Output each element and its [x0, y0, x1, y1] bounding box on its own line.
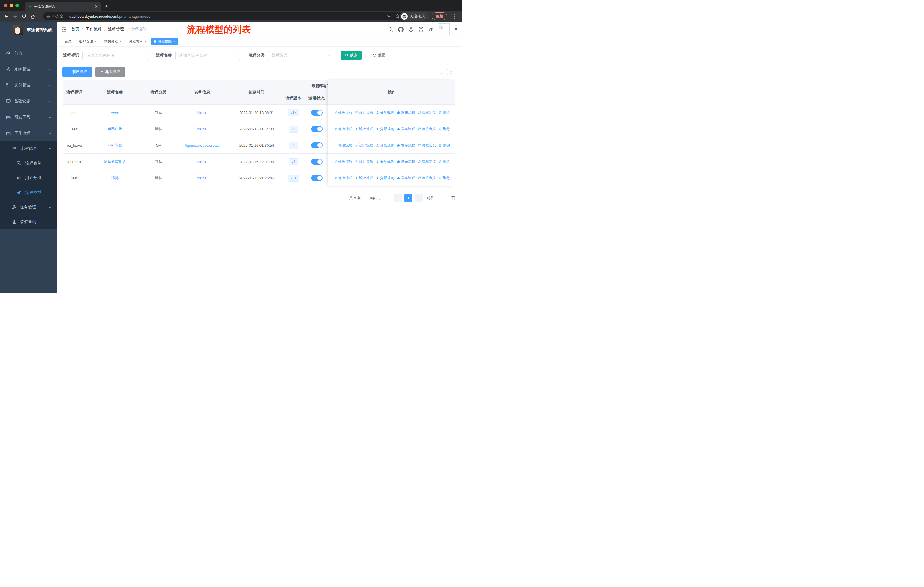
current-page-button[interactable]: 1	[404, 194, 412, 202]
forward-icon[interactable]	[13, 14, 18, 19]
sidebar-item-task-mgmt[interactable]: 任务管理	[0, 200, 57, 214]
action-publish[interactable]: 发布流程	[397, 127, 415, 132]
process-name-link[interactable]: 自己审批	[108, 126, 122, 132]
home-icon[interactable]	[30, 14, 35, 19]
sidebar-item-system[interactable]: 系统管理	[0, 61, 57, 77]
tag-tenant[interactable]: 租户管理×	[76, 38, 99, 45]
breadcrumb-item[interactable]: 工作流程	[86, 26, 102, 32]
action-edit[interactable]: 修改流程	[334, 143, 353, 148]
filter-name-input[interactable]	[175, 51, 240, 60]
sidebar-item-process-model[interactable]: 流程模型	[0, 185, 57, 200]
action-definition[interactable]: 流程定义	[417, 159, 436, 164]
filter-id-input[interactable]	[82, 51, 148, 60]
reload-icon[interactable]	[22, 14, 26, 19]
version-badge[interactable]: v4	[289, 158, 298, 165]
back-icon[interactable]	[4, 14, 9, 19]
collapse-sidebar-icon[interactable]	[61, 26, 67, 32]
action-assign-rule[interactable]: 分配规则	[376, 143, 394, 148]
action-delete[interactable]: 删除	[439, 127, 450, 132]
action-design[interactable]: 设计流程	[355, 159, 373, 164]
next-page-button[interactable]: ›	[415, 194, 423, 202]
version-badge[interactable]: v2	[289, 126, 298, 133]
process-name-link[interactable]: eeee	[111, 111, 119, 115]
avatar[interactable]	[438, 23, 450, 35]
help-icon[interactable]	[408, 26, 414, 32]
form-link[interactable]: biubiu	[197, 176, 207, 180]
action-definition[interactable]: 流程定义	[417, 143, 436, 148]
action-edit[interactable]: 修改流程	[334, 159, 353, 164]
avatar-caret-icon[interactable]	[455, 28, 457, 30]
sidebar-item-devtools[interactable]: 研发工具	[0, 109, 57, 125]
sidebar-item-payment[interactable]: ¥ 支付管理	[0, 77, 57, 93]
action-assign-rule[interactable]: 分配规则	[376, 110, 394, 115]
version-badge[interactable]: v17	[288, 109, 299, 116]
version-badge[interactable]: v5	[289, 142, 298, 149]
action-delete[interactable]: 删除	[439, 176, 450, 180]
action-assign-rule[interactable]: 分配规则	[376, 127, 394, 132]
action-design[interactable]: 设计流程	[355, 110, 373, 115]
minimize-window-button[interactable]	[10, 4, 13, 7]
form-link[interactable]: /bpm/oa/leave/create	[185, 143, 219, 147]
active-toggle[interactable]	[311, 142, 322, 148]
sidebar-item-workflow[interactable]: 工作流程	[0, 125, 57, 141]
browser-tab[interactable]: 芋道管理系统 ✕	[25, 2, 101, 11]
breadcrumb-item[interactable]: 流程管理	[108, 26, 124, 32]
page-size-select[interactable]: 10条/页	[365, 194, 390, 202]
sidebar-item-process-mgmt[interactable]: 流程管理	[0, 141, 57, 156]
close-window-button[interactable]	[4, 4, 7, 7]
sidebar-item-infra[interactable]: 基础设施	[0, 93, 57, 109]
action-definition[interactable]: 流程定义	[417, 127, 436, 132]
tab-close-icon[interactable]: ✕	[94, 4, 99, 9]
version-badge[interactable]: v21	[288, 175, 299, 182]
action-publish[interactable]: 发布流程	[397, 110, 415, 115]
bookmark-star-icon[interactable]	[395, 14, 400, 19]
import-process-button[interactable]: 导入流程	[96, 67, 125, 77]
sidebar-item-process-form[interactable]: 流程表单	[0, 156, 57, 170]
active-toggle[interactable]	[311, 175, 322, 181]
new-tab-button[interactable]: +	[105, 3, 108, 10]
active-toggle[interactable]	[311, 126, 322, 132]
filter-category-select[interactable]: 流程分类	[268, 51, 333, 60]
form-link[interactable]: biubiu	[197, 160, 207, 164]
form-link[interactable]: biubiu	[197, 111, 207, 115]
sidebar-item-leave-query[interactable]: 请假查询	[0, 214, 57, 229]
toggle-search-button[interactable]	[436, 68, 444, 76]
browser-menu-icon[interactable]	[454, 14, 455, 19]
process-name-link[interactable]: 滔博	[111, 175, 119, 180]
action-definition[interactable]: 流程定义	[417, 176, 436, 180]
search-button[interactable]: 搜索	[341, 51, 362, 60]
action-delete[interactable]: 删除	[439, 110, 450, 115]
tag-process-model[interactable]: 流程模型×	[151, 38, 178, 45]
action-publish[interactable]: 发布流程	[397, 176, 415, 180]
action-definition[interactable]: 流程定义	[417, 110, 436, 115]
active-toggle[interactable]	[311, 159, 322, 165]
tag-close-icon[interactable]: ×	[144, 40, 146, 43]
key-icon[interactable]	[386, 14, 391, 19]
font-size-icon[interactable]: TT	[429, 27, 433, 32]
tag-close-icon[interactable]: ×	[94, 40, 97, 43]
tag-close-icon[interactable]: ×	[173, 40, 175, 43]
process-name-link[interactable]: OA 请假	[108, 143, 122, 148]
maximize-window-button[interactable]	[15, 4, 19, 7]
fullscreen-icon[interactable]	[419, 26, 424, 32]
prev-page-button[interactable]: ‹	[394, 194, 402, 202]
reset-button[interactable]: 重置	[369, 51, 389, 60]
action-publish[interactable]: 发布流程	[397, 143, 415, 148]
tag-process-form[interactable]: 流程表单×	[126, 38, 149, 45]
action-delete[interactable]: 删除	[439, 159, 450, 164]
action-design[interactable]: 设计流程	[355, 176, 373, 180]
active-toggle[interactable]	[311, 110, 322, 116]
action-assign-rule[interactable]: 分配规则	[376, 159, 394, 164]
action-delete[interactable]: 删除	[439, 143, 450, 148]
create-process-button[interactable]: 新建流程	[63, 67, 92, 77]
breadcrumb-item[interactable]: 首页	[71, 26, 79, 32]
action-edit[interactable]: 修改流程	[334, 176, 353, 180]
browser-update-button[interactable]: 更新	[432, 12, 447, 20]
form-link[interactable]: biubiu	[197, 127, 207, 131]
action-edit[interactable]: 修改流程	[334, 110, 353, 115]
process-name-link[interactable]: 测试多审批人	[104, 159, 126, 164]
goto-page-input[interactable]	[437, 194, 449, 202]
refresh-table-button[interactable]	[447, 68, 455, 76]
action-design[interactable]: 设计流程	[355, 143, 373, 148]
action-assign-rule[interactable]: 分配规则	[376, 176, 394, 180]
